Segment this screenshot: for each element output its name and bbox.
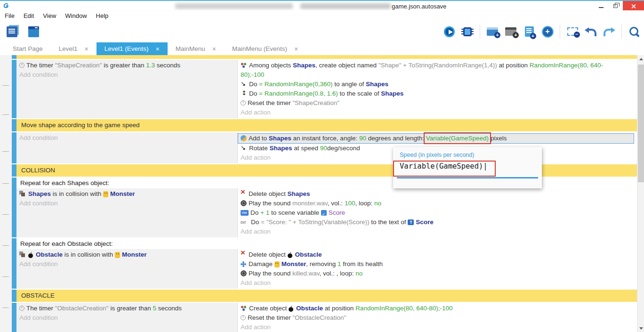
event-left-bar xyxy=(12,119,16,131)
event-left-bar xyxy=(12,60,16,118)
menu-item-help[interactable]: Help xyxy=(96,12,109,19)
action-row[interactable]: Damage Monster, removing 1 from its heal… xyxy=(238,259,637,269)
scene-window-button[interactable] xyxy=(25,24,41,39)
search-button[interactable] xyxy=(626,24,642,39)
condition-row[interactable]: Obstacle is in collision with Monster xyxy=(16,250,237,259)
actions-column: Delete object ShapesPlay the sound monst… xyxy=(238,188,637,237)
foreach-header[interactable]: Repeat for each Obstacle object: xyxy=(16,238,637,249)
menu-item-window[interactable]: Window xyxy=(65,12,87,19)
parameter-popup: Speed (in pixels per second) Variable(Ga… xyxy=(393,147,542,188)
tab-level1[interactable]: Level1× xyxy=(51,42,97,55)
text-segment: Score xyxy=(416,219,434,226)
action-row[interactable]: Reset the timer "ShapeCreation" xyxy=(238,98,637,108)
blurred-title-region xyxy=(300,3,391,9)
undo-button[interactable] xyxy=(583,24,599,39)
text-segment: "ShapeCreation" xyxy=(292,99,339,106)
text-segment: Variable(GameSpeed) xyxy=(426,135,489,142)
add-action-link[interactable]: Add action xyxy=(238,227,637,236)
comment-text[interactable] xyxy=(16,55,637,59)
preview-play-button[interactable] xyxy=(441,24,457,39)
event-columns: The timer "ShapeCreation" is greater tha… xyxy=(16,60,637,118)
event-left-bar xyxy=(12,164,16,177)
menubar: FileEditViewWindowHelp xyxy=(0,10,644,21)
menu-item-edit[interactable]: Edit xyxy=(24,12,34,19)
action-row[interactable]: Do = "Score: " + ToString(Variable(Score… xyxy=(238,218,637,227)
text-segment: is in collision with xyxy=(51,190,103,197)
add-comment-icon xyxy=(525,26,534,37)
add-comment-button[interactable] xyxy=(521,24,537,39)
toolbar-separator xyxy=(560,24,560,39)
add-condition-link[interactable]: Add condition xyxy=(16,70,237,80)
comment-text[interactable]: OBSTACLE xyxy=(16,290,637,302)
tab-close-icon[interactable]: × xyxy=(212,45,216,53)
add-event-icon xyxy=(487,27,498,36)
toolbar xyxy=(0,21,644,42)
event-body: The timer "ObstacleCreation" is greater … xyxy=(16,303,637,332)
action-row[interactable]: Do = RandomInRange(0,360) to angle of Sh… xyxy=(238,80,637,89)
monster-icon xyxy=(103,191,108,197)
condition-row[interactable]: The timer "ShapeCreation" is greater tha… xyxy=(16,61,237,70)
conditions-column: The timer "ShapeCreation" is greater tha… xyxy=(16,60,238,118)
menu-item-view[interactable]: View xyxy=(43,12,56,19)
tab-close-icon[interactable]: × xyxy=(156,45,160,53)
event-left-bar xyxy=(12,132,16,163)
add-condition-link[interactable]: Add condition xyxy=(16,313,237,323)
scrollbar-thumb[interactable] xyxy=(638,65,644,182)
action-row[interactable]: Create object Obstacle at position Rando… xyxy=(238,304,637,313)
project-manager-button[interactable] xyxy=(4,24,20,39)
redo-button[interactable] xyxy=(601,24,617,39)
text-segment: Monster xyxy=(282,260,306,267)
events-list: The timer "ShapeCreation" is greater tha… xyxy=(12,55,637,332)
actions-column: Delete object ObstacleDamage Monster, re… xyxy=(238,249,637,289)
health-icon xyxy=(241,261,247,267)
parameter-input[interactable]: Variable(GameSpeed)| xyxy=(393,158,542,170)
up-arrow-icon xyxy=(639,58,643,60)
condition-row[interactable]: The timer "ObstacleCreation" is greater … xyxy=(16,304,237,313)
action-row[interactable]: Do + 1 to scene variable Score xyxy=(238,208,637,218)
restore-icon xyxy=(613,4,618,8)
event-columns: The timer "ObstacleCreation" is greater … xyxy=(16,303,637,332)
remove-event-button[interactable] xyxy=(564,24,580,39)
toolbar-right-group xyxy=(441,24,642,39)
add-subevent-button[interactable] xyxy=(503,24,519,39)
action-row[interactable]: Delete object Shapes xyxy=(238,189,637,199)
add-action-link[interactable]: Add action xyxy=(238,108,637,117)
text-segment: from its health xyxy=(341,260,383,267)
minimize-button[interactable] xyxy=(594,1,608,11)
window-controls xyxy=(594,1,644,11)
condition-row[interactable]: Shapes is in collision with Monster xyxy=(16,189,237,199)
action-row[interactable]: Among objects Shapes, create object name… xyxy=(238,61,637,80)
tab-mainmenu-events[interactable]: MainMenu (Events)× xyxy=(224,42,306,55)
action-row[interactable]: Play the sound killed.wav, vol.: , loop:… xyxy=(238,269,637,278)
debug-button[interactable] xyxy=(459,24,475,39)
action-row[interactable]: Add to Shapes an instant force, angle: 9… xyxy=(238,133,634,144)
tab-close-icon[interactable]: × xyxy=(85,45,89,53)
action-row[interactable]: Reset the timer "ObstacleCreation" xyxy=(238,313,637,323)
foreach-header[interactable]: Repeat for each Shapes object: xyxy=(16,178,637,188)
action-row[interactable]: Play the sound monster.wav, vol.: 100, l… xyxy=(238,199,637,208)
add-condition-link[interactable]: Add condition xyxy=(16,199,237,208)
action-row[interactable]: Do = RandomInRange(0.8, 1.6) to the scal… xyxy=(238,89,637,98)
restore-button[interactable] xyxy=(608,1,623,11)
scroll-down-button[interactable] xyxy=(637,324,644,332)
add-condition-link[interactable]: Add condition xyxy=(16,259,237,269)
scroll-up-button[interactable] xyxy=(637,55,644,63)
text-segment: to the scale of xyxy=(338,90,381,97)
add-event-button[interactable] xyxy=(484,24,500,39)
vertical-scrollbar[interactable] xyxy=(637,55,644,332)
add-element-button[interactable] xyxy=(539,24,555,39)
add-action-link[interactable]: Add action xyxy=(238,278,637,288)
text-segment: at position xyxy=(323,305,355,312)
menu-item-file[interactable]: File xyxy=(5,12,15,19)
add-condition-link[interactable]: Add condition xyxy=(16,133,237,143)
tab-mainmenu[interactable]: MainMenu× xyxy=(168,42,224,55)
comment-text[interactable]: Move shape according to the game speed xyxy=(16,119,637,131)
actions-column: Among objects Shapes, create object name… xyxy=(238,60,637,118)
comment-text[interactable]: COLLISION xyxy=(16,164,637,177)
close-button[interactable] xyxy=(623,1,644,11)
add-action-link[interactable]: Add action xyxy=(238,323,637,332)
tab-close-icon[interactable]: × xyxy=(294,45,298,53)
tab-start-page[interactable]: Start Page xyxy=(5,42,51,55)
tab-level1-events[interactable]: Level1 (Events)× xyxy=(97,42,168,55)
action-row[interactable]: Delete object Obstacle xyxy=(238,250,637,259)
